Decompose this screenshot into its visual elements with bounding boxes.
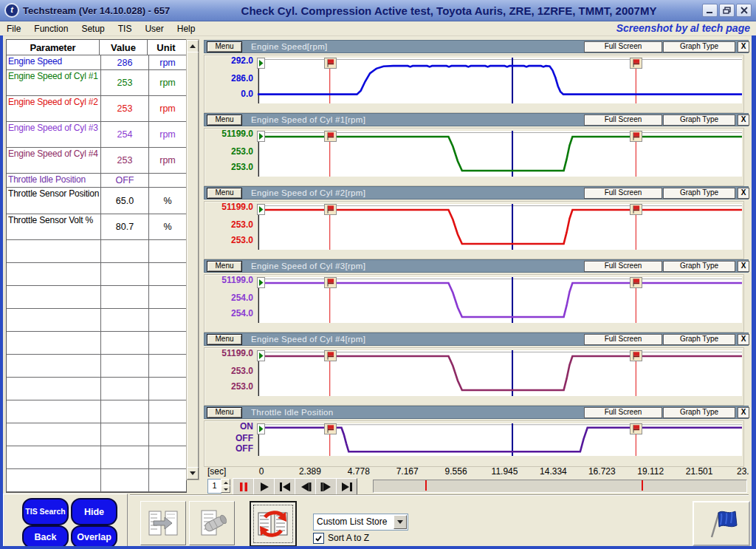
graph-close-button[interactable]: X: [738, 261, 749, 272]
table-row[interactable]: Throttle Sensor Volt %80.7%: [7, 214, 186, 240]
table-row[interactable]: Throttle Sensor Position65.0%: [7, 188, 186, 214]
flag-marker-icon[interactable]: [324, 350, 337, 361]
graph-menu-button[interactable]: Menu: [207, 188, 242, 199]
flag-marker-icon[interactable]: [630, 58, 642, 69]
full-screen-button[interactable]: Full Screen: [584, 261, 662, 272]
graph-plot-area[interactable]: [258, 204, 742, 250]
graph-menu-button[interactable]: Menu: [207, 115, 242, 126]
graph-close-button[interactable]: X: [738, 407, 749, 418]
restore-button[interactable]: [719, 4, 735, 17]
swap-list-button[interactable]: [250, 501, 297, 547]
back-button[interactable]: Back: [22, 525, 69, 548]
graph-plot-area[interactable]: [258, 350, 742, 396]
full-screen-button[interactable]: Full Screen: [584, 41, 662, 52]
empty-table-row: [7, 286, 186, 309]
graph-close-button[interactable]: X: [738, 41, 749, 52]
flag-marker-icon[interactable]: [324, 58, 337, 69]
step-forward-button[interactable]: [315, 478, 337, 495]
scrollbar-thumb[interactable]: [187, 52, 199, 468]
close-button[interactable]: [736, 4, 752, 17]
time-tick-label: 7.167: [396, 466, 419, 477]
spin-up-icon: [224, 482, 228, 484]
graph-plot-area[interactable]: [258, 423, 742, 456]
interval-down-button[interactable]: [221, 485, 230, 493]
flag-marker-icon[interactable]: [324, 423, 337, 434]
empty-table-row: [7, 423, 186, 446]
table-row[interactable]: Engine Speed286rpm: [7, 55, 186, 70]
pause-button[interactable]: [233, 478, 254, 495]
menu-setup[interactable]: Setup: [75, 23, 111, 35]
graph-plot-area[interactable]: [258, 277, 742, 323]
flag-marker-icon[interactable]: [630, 350, 642, 361]
minimize-button[interactable]: [702, 4, 718, 17]
dropdown-arrow-button[interactable]: [394, 515, 407, 529]
graph-plot-area[interactable]: [258, 58, 742, 103]
graph-close-button[interactable]: X: [738, 188, 749, 199]
menu-user[interactable]: User: [138, 23, 170, 35]
flag-marker-icon[interactable]: [324, 277, 337, 288]
flag-marker-icon[interactable]: [630, 277, 642, 288]
record-list-button[interactable]: [189, 501, 235, 545]
list-store-dropdown[interactable]: Custom List Store: [313, 514, 408, 531]
parameter-unit: [149, 174, 186, 187]
title-bar: t Techstream (Ver 14.10.028) - 657 Check…: [0, 0, 756, 21]
hide-button[interactable]: Hide: [71, 498, 117, 525]
scroll-down-button[interactable]: [187, 467, 199, 480]
graph-type-button[interactable]: Graph Type: [663, 115, 735, 126]
table-row[interactable]: Engine Speed of Cyl #2253rpm: [7, 96, 186, 122]
graph-menu-button[interactable]: Menu: [207, 334, 242, 345]
full-screen-button[interactable]: Full Screen: [584, 115, 662, 126]
graph-menu-button[interactable]: Menu: [207, 41, 242, 52]
window-bottom-edge: [0, 546, 756, 549]
table-row[interactable]: Throttle Idle PositionOFF: [7, 174, 186, 188]
interval-input[interactable]: 1: [207, 479, 221, 494]
graph-type-button[interactable]: Graph Type: [663, 188, 735, 199]
timeline-scrollbar[interactable]: [373, 480, 747, 493]
graph-plot-area[interactable]: [258, 131, 742, 177]
graph-type-button[interactable]: Graph Type: [663, 334, 735, 345]
flag-marker-icon[interactable]: [324, 204, 337, 215]
graph-close-button[interactable]: X: [738, 334, 749, 345]
scroll-up-button[interactable]: [187, 40, 199, 52]
sort-checkbox[interactable]: [313, 533, 324, 544]
y-axis-label: 253.0: [205, 147, 253, 157]
tis-search-button[interactable]: TIS Search: [22, 498, 69, 525]
play-button[interactable]: [253, 478, 275, 495]
time-tick-label: 21.501: [686, 466, 713, 477]
menu-file[interactable]: File: [0, 23, 27, 35]
full-screen-button[interactable]: Full Screen: [584, 334, 662, 345]
skip-end-button[interactable]: [336, 478, 357, 495]
y-axis-label: 51199.0: [205, 129, 253, 139]
graph-menu-button[interactable]: Menu: [207, 261, 242, 272]
full-screen-button[interactable]: Full Screen: [584, 407, 662, 418]
flag-marker-icon[interactable]: [630, 204, 642, 215]
parameter-name: Engine Speed of Cyl #2: [7, 96, 101, 121]
techstream-window: t Techstream (Ver 14.10.028) - 657 Check…: [0, 0, 756, 549]
flag-button[interactable]: [693, 501, 750, 546]
graph-type-button[interactable]: Graph Type: [663, 407, 735, 418]
graph-type-button[interactable]: Graph Type: [663, 261, 735, 272]
full-screen-button[interactable]: Full Screen: [584, 188, 662, 199]
graph-close-button[interactable]: X: [738, 115, 749, 126]
flag-marker-icon[interactable]: [324, 131, 337, 142]
menu-tis[interactable]: TIS: [111, 23, 139, 35]
flag-marker-icon[interactable]: [630, 423, 642, 434]
table-row[interactable]: Engine Speed of Cyl #3254rpm: [7, 122, 186, 148]
graph-menu-button[interactable]: Menu: [207, 407, 242, 418]
overlap-button[interactable]: Overlap: [71, 525, 117, 548]
graph-type-button[interactable]: Graph Type: [663, 41, 735, 52]
flag-marker-icon[interactable]: [630, 131, 642, 142]
time-axis: [sec] 02.3894.7787.1679.55611.94514.3341…: [204, 466, 749, 477]
menu-help[interactable]: Help: [171, 23, 202, 35]
graph-panel: MenuEngine Speed of Cyl #3[rpm]Full Scre…: [204, 259, 749, 331]
table-row[interactable]: Engine Speed of Cyl #4253rpm: [7, 148, 186, 174]
parameter-unit: %: [149, 188, 186, 214]
skip-start-icon: [277, 482, 293, 492]
step-back-button[interactable]: [295, 478, 316, 495]
table-scrollbar[interactable]: [186, 39, 199, 480]
copy-list-button[interactable]: [140, 501, 186, 545]
time-tick-label: 16.723: [588, 466, 616, 477]
skip-start-button[interactable]: [274, 478, 295, 495]
menu-function[interactable]: Function: [27, 23, 75, 35]
table-row[interactable]: Engine Speed of Cyl #1253rpm: [7, 70, 186, 96]
